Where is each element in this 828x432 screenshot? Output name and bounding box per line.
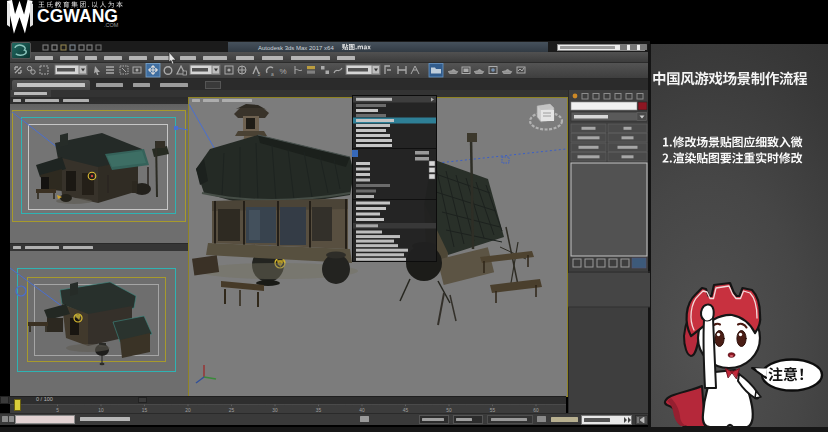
svg-text:35: 35	[316, 408, 322, 413]
svg-text:55: 55	[490, 408, 496, 413]
svg-text:20: 20	[185, 408, 191, 413]
svg-text:10: 10	[98, 408, 104, 413]
svg-text:5: 5	[56, 408, 59, 413]
svg-text:3: 3	[258, 71, 261, 77]
svg-text:40: 40	[359, 408, 365, 413]
svg-text:15: 15	[142, 408, 148, 413]
svg-text:45: 45	[403, 408, 409, 413]
svg-text:a: a	[271, 71, 274, 77]
svg-text:50: 50	[446, 408, 452, 413]
svg-text:30: 30	[272, 408, 278, 413]
svg-text:25: 25	[229, 408, 235, 413]
svg-text:60: 60	[533, 408, 539, 413]
svg-text:%: %	[280, 67, 287, 76]
